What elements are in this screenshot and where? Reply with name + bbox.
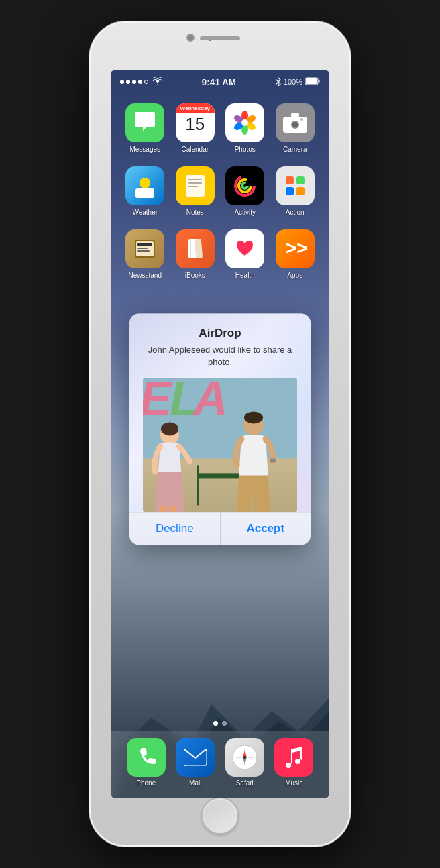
dock-phone[interactable]: Phone: [127, 738, 166, 787]
svg-rect-23: [188, 186, 198, 187]
app-activity-label: Activity: [234, 209, 256, 216]
battery-label: 100%: [284, 78, 302, 86]
dock-phone-label: Phone: [136, 779, 156, 787]
dock: Phone Mail: [111, 731, 329, 798]
svg-rect-30: [296, 187, 305, 195]
airdrop-message: John Appleseed would like to share a pho…: [143, 344, 297, 368]
dock-safari-label: Safari: [236, 779, 254, 787]
home-button[interactable]: [201, 797, 239, 834]
battery-icon: [305, 77, 320, 87]
app-center[interactable]: Action: [270, 166, 321, 216]
status-right-group: 100%: [276, 77, 320, 87]
svg-rect-52: [170, 506, 176, 512]
signal-dot-5: [144, 80, 148, 84]
svg-point-17: [300, 118, 303, 121]
signal-indicators: [120, 77, 162, 87]
app-messages[interactable]: Messages: [120, 103, 170, 153]
svg-point-54: [244, 412, 263, 424]
accept-button[interactable]: Accept: [221, 513, 311, 545]
app-center-label: Action: [286, 209, 305, 216]
svg-rect-19: [135, 188, 154, 198]
svg-rect-28: [296, 176, 305, 184]
dock-mail-label: Mail: [189, 779, 201, 787]
modal-button-row: Decline Accept: [129, 512, 311, 545]
dock-music[interactable]: Music: [274, 738, 313, 787]
phone-speaker: [200, 36, 240, 40]
svg-text:>>: >>: [286, 237, 307, 258]
svg-rect-33: [138, 243, 152, 246]
app-books[interactable]: iBooks: [170, 229, 221, 279]
svg-rect-37: [190, 239, 191, 258]
svg-rect-29: [286, 187, 294, 195]
svg-point-50: [161, 423, 178, 436]
app-apps-label: Apps: [287, 272, 302, 279]
app-apps[interactable]: >> Apps: [270, 229, 321, 279]
phone-body: 9:41 AM 100%: [89, 21, 351, 847]
app-grid: Messages Wednesday 15 Calendar: [111, 97, 329, 286]
dock-safari[interactable]: Safari: [225, 738, 264, 787]
app-activity[interactable]: Activity: [220, 166, 270, 216]
airdrop-modal: AirDrop John Appleseed would like to sha…: [129, 313, 311, 545]
status-time: 9:41 AM: [202, 77, 236, 87]
svg-point-18: [140, 178, 150, 188]
wifi-icon: [153, 77, 162, 87]
app-photos[interactable]: Photos: [220, 103, 270, 153]
signal-dot-4: [138, 80, 142, 84]
svg-point-48: [243, 756, 246, 759]
app-messages-label: Messages: [129, 146, 160, 153]
phone-screen: 9:41 AM 100%: [111, 70, 329, 798]
app-weather-label: Weather: [132, 209, 158, 216]
page-dot-1: [213, 721, 218, 726]
app-weather[interactable]: Weather: [120, 166, 170, 216]
svg-rect-34: [138, 248, 148, 249]
app-newsstand[interactable]: Newsstand: [120, 229, 170, 279]
person-left: [150, 419, 210, 512]
app-notes[interactable]: Notes: [170, 166, 221, 216]
svg-point-12: [241, 119, 248, 126]
calendar-day-name: Wednesday: [176, 103, 215, 113]
page-indicators: [111, 721, 329, 726]
dock-music-label: Music: [285, 779, 302, 787]
calendar-day-number: 15: [185, 114, 205, 135]
svg-rect-4: [318, 80, 319, 83]
svg-rect-51: [160, 506, 167, 512]
signal-dot-3: [132, 80, 136, 84]
status-bar: 9:41 AM 100%: [111, 70, 329, 94]
svg-rect-55: [270, 459, 276, 463]
signal-dot-2: [126, 80, 130, 84]
app-health[interactable]: Health: [220, 229, 270, 279]
bluetooth-icon: [276, 77, 281, 87]
phone-camera: [186, 34, 195, 42]
dock-mail[interactable]: Mail: [176, 738, 215, 787]
svg-point-16: [292, 122, 298, 127]
app-books-label: iBooks: [185, 272, 205, 279]
svg-rect-21: [188, 179, 202, 180]
app-newsstand-label: Newsstand: [129, 272, 162, 279]
app-photos-label: Photos: [235, 146, 256, 153]
person-right: [227, 409, 294, 512]
app-notes-label: Notes: [186, 209, 204, 216]
airdrop-photo: E L A: [143, 378, 297, 512]
app-camera[interactable]: Camera: [270, 103, 321, 153]
app-camera-label: Camera: [283, 146, 307, 153]
airdrop-title: AirDrop: [143, 327, 297, 340]
svg-point-25: [239, 180, 251, 192]
svg-rect-27: [286, 176, 294, 184]
svg-point-26: [242, 183, 248, 188]
svg-rect-14: [291, 113, 299, 118]
svg-rect-22: [188, 182, 202, 184]
page-dot-2: [222, 721, 227, 726]
svg-rect-3: [306, 78, 317, 84]
signal-dot-1: [120, 80, 124, 84]
app-calendar[interactable]: Wednesday 15 Calendar: [170, 103, 221, 153]
app-health-label: Health: [235, 272, 255, 279]
app-calendar-label: Calendar: [181, 146, 209, 153]
svg-rect-35: [138, 250, 150, 252]
decline-button[interactable]: Decline: [129, 513, 221, 545]
